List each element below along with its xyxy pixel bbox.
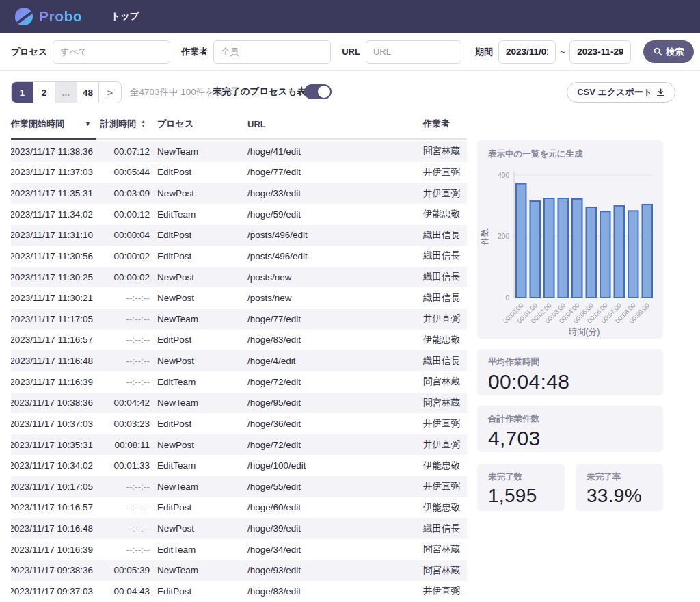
- cell-start-time: 2023/11/17 10:17:05: [11, 476, 96, 497]
- cell-start-time: 2023/11/17 09:38:36: [11, 560, 96, 581]
- cell-worker: 井伊直弼: [419, 162, 467, 183]
- page-button-...[interactable]: ...: [55, 82, 77, 103]
- incomplete-toggle[interactable]: [304, 84, 332, 99]
- cell-measured-time: 00:05:44: [96, 162, 154, 183]
- stat-value: 4,703: [488, 427, 652, 450]
- bar: [615, 206, 625, 298]
- cell-url: /hoge/72/edit: [243, 434, 419, 456]
- stat-card-1: 合計作業件数4,703: [477, 406, 663, 452]
- cell-measured-time: 00:07:12: [96, 141, 154, 162]
- cell-url: /posts/new: [243, 267, 419, 288]
- cell-process: NewPost: [154, 434, 243, 456]
- cell-url: /hoge/93/edit: [243, 560, 419, 581]
- csv-export-button[interactable]: CSV エクスポート: [567, 82, 675, 103]
- worker-filter-label: 作業者: [181, 46, 208, 58]
- cell-start-time: 2023/11/17 11:35:31: [11, 183, 96, 204]
- cell-start-time: 2023/11/17 11:34:02: [11, 204, 96, 225]
- cell-process: NewTeam: [154, 309, 243, 330]
- cell-measured-time: 00:03:23: [96, 413, 154, 434]
- cell-worker: 織田信長: [419, 287, 467, 309]
- cell-url: /posts/496/edit: [243, 246, 419, 267]
- cell-start-time: 2023/11/17 10:16:48: [11, 518, 96, 539]
- cell-measured-time: 00:08:11: [96, 434, 154, 456]
- sort-desc-icon: ▼: [85, 120, 91, 127]
- cell-process: EditTeam: [154, 455, 243, 476]
- stat-value: 00:04:48: [488, 370, 652, 393]
- cell-url: /posts/new: [243, 287, 419, 309]
- cell-start-time: 2023/11/17 10:16:39: [11, 539, 96, 560]
- process-filter-input[interactable]: [53, 40, 170, 64]
- column-label: 計測時間: [100, 118, 136, 130]
- cell-url: /hoge/33/edit: [243, 183, 419, 204]
- cell-worker: 間宮林蔵: [419, 560, 467, 581]
- bar: [558, 198, 569, 298]
- cell-worker: 織田信長: [419, 267, 467, 288]
- cell-worker: 井伊直弼: [419, 183, 467, 204]
- period-from-input[interactable]: [498, 40, 556, 64]
- cell-process: NewTeam: [154, 393, 243, 414]
- stat-label: 合計作業件数: [488, 413, 652, 425]
- cell-measured-time: --:--:--: [96, 330, 154, 351]
- stat-label: 平均作業時間: [488, 356, 652, 368]
- cell-start-time: 2023/11/17 11:17:05: [11, 309, 96, 330]
- cell-process: EditPost: [154, 225, 243, 246]
- cell-url: /hoge/36/edit: [243, 413, 419, 434]
- bar: [572, 199, 582, 298]
- page-button-1[interactable]: 1: [12, 82, 33, 103]
- cell-measured-time: 00:00:04: [96, 225, 154, 246]
- url-filter-input[interactable]: [366, 40, 461, 64]
- search-button[interactable]: 検索: [643, 40, 694, 63]
- cell-worker: 井伊直弼: [419, 413, 467, 434]
- csv-export-label: CSV エクスポート: [577, 86, 652, 99]
- y-axis-title: 件数: [480, 228, 489, 245]
- page-button-48[interactable]: 48: [77, 82, 99, 103]
- cell-start-time: 2023/11/17 10:16:57: [11, 497, 96, 519]
- chart-card: 表示中の一覧を元に生成 020040000:00:0000:01:0000:02…: [477, 140, 663, 339]
- y-tick-label: 400: [498, 172, 509, 179]
- cell-process: EditPost: [154, 162, 243, 183]
- column-header-measured-time[interactable]: 計測時間 ▲▼: [96, 109, 154, 140]
- y-tick-label: 200: [498, 233, 509, 240]
- cell-start-time: 2023/11/17 11:16:57: [11, 330, 96, 351]
- cell-process: EditTeam: [154, 371, 243, 393]
- table-body: 2023/11/17 11:38:3600:07:12NewTeam/hoge/…: [11, 141, 467, 602]
- period-to-input[interactable]: [569, 40, 631, 64]
- stat-value: 1,595: [488, 485, 554, 507]
- logo[interactable]: Probo: [15, 8, 82, 25]
- cell-url: /hoge/60/edit: [243, 497, 419, 519]
- bar: [628, 211, 638, 298]
- cell-process: NewTeam: [154, 476, 243, 497]
- worker-filter-input[interactable]: [213, 40, 331, 64]
- cell-worker: 井伊直弼: [419, 476, 467, 497]
- cell-measured-time: 00:00:02: [96, 246, 154, 267]
- bar-chart: 020040000:00:0000:01:0000:02:0000:03:000…: [477, 140, 663, 339]
- cell-measured-time: 00:04:42: [96, 393, 154, 414]
- toolbar: 12...48> 全4703件中 100件を表示 未完了のプロセスも表示 CSV…: [0, 71, 700, 109]
- cell-process: NewPost: [154, 287, 243, 309]
- page-next-button[interactable]: >: [99, 82, 121, 103]
- cell-url: /posts/496/edit: [243, 225, 419, 246]
- cell-start-time: 2023/11/17 11:30:25: [11, 267, 96, 288]
- bar: [530, 201, 541, 298]
- app-page: Probo トップ プロセス 作業者 URL 期間 ~ 検索 12...48> …: [0, 0, 700, 602]
- cell-worker: 井伊直弼: [419, 581, 467, 602]
- column-label: 作業開始時間: [11, 118, 64, 130]
- cell-worker: 伊能忠敬: [419, 204, 467, 225]
- cell-start-time: 2023/11/17 10:34:02: [11, 455, 96, 476]
- page-button-2[interactable]: 2: [33, 82, 55, 103]
- cell-process: NewPost: [154, 350, 243, 371]
- stat-label: 未完了率: [587, 471, 652, 483]
- column-label: URL: [247, 119, 266, 129]
- cell-worker: 間宮林蔵: [419, 141, 467, 162]
- cell-url: /hoge/59/edit: [243, 204, 419, 225]
- cell-worker: 間宮林蔵: [419, 539, 467, 560]
- bar: [544, 198, 554, 298]
- cell-measured-time: 00:01:33: [96, 455, 154, 476]
- download-icon: [656, 88, 665, 97]
- period-separator: ~: [560, 47, 565, 57]
- cell-measured-time: --:--:--: [96, 371, 154, 393]
- nav-item-top[interactable]: トップ: [111, 10, 139, 23]
- cell-worker: 井伊直弼: [419, 434, 467, 456]
- cell-measured-time: --:--:--: [96, 518, 154, 539]
- column-header-start-time[interactable]: 作業開始時間 ▼: [11, 109, 96, 140]
